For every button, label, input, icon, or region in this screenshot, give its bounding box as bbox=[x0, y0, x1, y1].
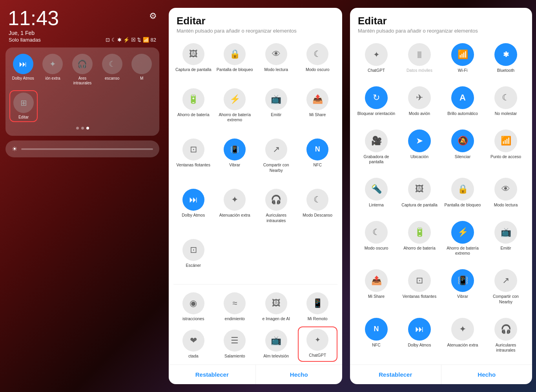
right-bluetooth[interactable]: ✱ Bluetooth bbox=[485, 40, 527, 82]
right-title: Editar bbox=[358, 15, 524, 27]
edit-item-nfc[interactable]: N NFC bbox=[298, 135, 338, 184]
right-nfc-icon: N bbox=[365, 318, 388, 341]
brightness-control[interactable]: ☀ bbox=[5, 140, 159, 157]
right-bloqueo[interactable]: 🔒 Pantalla de bloqueo bbox=[442, 175, 483, 216]
edit-item-ctada[interactable]: ❤ ctada bbox=[173, 326, 213, 362]
right-ahorro-ext-icon: ⚡ bbox=[451, 221, 474, 244]
right-auriculares[interactable]: 🎧 Auriculares intraurales bbox=[485, 315, 527, 361]
vibrar-icon: 📳 bbox=[224, 139, 246, 160]
edit-item-imagen-ai[interactable]: 🖼 e Imagen de AI bbox=[256, 289, 296, 325]
right-linterna[interactable]: 🔦 Linterna bbox=[356, 175, 397, 216]
right-ahorro-ext[interactable]: ⚡ Ahorro de batería extremo bbox=[442, 218, 483, 264]
television-label: Alm televisión bbox=[263, 354, 289, 359]
right-punto-acceso[interactable]: 📶 Punto de acceso bbox=[485, 126, 527, 173]
right-ventanas[interactable]: ⊡ Ventanas flotantes bbox=[399, 266, 440, 313]
right-chatgpt[interactable]: ✦ ChatGPT bbox=[356, 40, 397, 82]
right-modo-lectura[interactable]: 👁 Modo lectura bbox=[485, 175, 527, 216]
right-chatgpt-icon: ✦ bbox=[365, 43, 388, 66]
center-done-button[interactable]: Hecho bbox=[256, 365, 343, 384]
right-avion[interactable]: ✈ Modo avión bbox=[399, 83, 440, 125]
rendimiento-label: endimiento bbox=[225, 316, 245, 322]
edit-item-mishare[interactable]: 📤 Mi Share bbox=[298, 85, 338, 134]
descanso-icon: ☾ bbox=[306, 189, 328, 211]
right-dolby[interactable]: ⏭ Dolby Atmos bbox=[399, 315, 440, 361]
rendimiento-icon: ≈ bbox=[224, 292, 246, 314]
right-vibrar[interactable]: 📳 Vibrar bbox=[442, 266, 483, 313]
ctada-label: ctada bbox=[188, 354, 199, 359]
right-ubicacion[interactable]: ➤ Ubicación bbox=[399, 126, 440, 173]
edit-item-chatgpt[interactable]: ✦ ChatGPT bbox=[298, 326, 338, 362]
right-modo-oscuro-label: Modo oscuro bbox=[365, 246, 388, 251]
right-grabadora-icon: 🎥 bbox=[365, 129, 388, 152]
miremoto-icon: 📱 bbox=[306, 292, 328, 314]
right-punto-acceso-label: Punto de acceso bbox=[490, 154, 521, 160]
calls-label: Solo llamadas bbox=[9, 37, 41, 43]
edit-item-miremoto[interactable]: 📱 Mi Remoto bbox=[298, 289, 338, 325]
tile-headphones[interactable]: 🎧 Ares intraurales bbox=[69, 54, 96, 86]
right-mishare[interactable]: 📤 Mi Share bbox=[356, 266, 397, 313]
right-wifi[interactable]: 📶 Wi-Fi bbox=[442, 40, 483, 82]
right-atenuacion[interactable]: ✦ Atenuación extra bbox=[442, 315, 483, 361]
edit-item-vibrar[interactable]: 📳 Vibrar bbox=[215, 135, 255, 184]
right-ahorro[interactable]: 🔋 Ahorro de batería bbox=[399, 218, 440, 264]
captura-label: Captura de pantalla bbox=[175, 67, 211, 73]
distracciones-icon: ◉ bbox=[182, 292, 204, 314]
edit-item-scanner[interactable]: ⊡ Escáner bbox=[173, 236, 213, 279]
center-header: Editar Mantén pulsado para añadir o reor… bbox=[169, 8, 342, 37]
status-bar: 11:43 ⚙ bbox=[4, 8, 161, 28]
edit-item-ahorro[interactable]: 🔋 Ahorro de batería bbox=[173, 85, 213, 134]
right-silenciar[interactable]: 🔕 Silenciar bbox=[442, 126, 483, 173]
quick-tiles-card: ⏭ Dolby Atmos ✦ ión extra 🎧 Ares intraur… bbox=[5, 47, 159, 136]
right-mishare-label: Mi Share bbox=[368, 294, 385, 299]
right-orientacion[interactable]: ↻ Bloquear orientación bbox=[356, 83, 397, 125]
extra-icon: ✦ bbox=[42, 54, 63, 74]
tile-m[interactable]: M bbox=[128, 54, 155, 86]
right-nearby[interactable]: ↗ Compartir con Nearby bbox=[485, 266, 527, 313]
edit-item-television[interactable]: 📺 Alm televisión bbox=[256, 326, 296, 362]
edit-item-salamiento[interactable]: ☰ Salamiento bbox=[215, 326, 255, 362]
edit-item-descanso[interactable]: ☾ Modo Descanso bbox=[298, 186, 338, 234]
edit-item-bloqueo[interactable]: 🔒 Pantalla de bloqueo bbox=[215, 40, 255, 84]
right-nfc[interactable]: N NFC bbox=[356, 315, 397, 361]
edit-item-nearby[interactable]: ↗ Compartir con Nearby bbox=[256, 135, 296, 184]
right-bloqueo-label: Pantalla de bloqueo bbox=[445, 202, 481, 208]
scanner-icon: ⊡ bbox=[182, 239, 204, 261]
edit-item-oscuro[interactable]: ☾ Modo oscuro bbox=[298, 40, 338, 84]
tile-extra[interactable]: ✦ ión extra bbox=[39, 54, 67, 86]
distracciones-label: istracciones bbox=[182, 316, 204, 322]
right-done-button[interactable]: Hecho bbox=[441, 365, 532, 384]
edit-item-atenuacion[interactable]: ✦ Atenuación extra bbox=[215, 186, 255, 234]
edit-item-captura[interactable]: 🖼 Captura de pantalla bbox=[173, 40, 213, 84]
right-no-molestar[interactable]: ☾ No molestar bbox=[485, 83, 527, 125]
ventanas-icon: ⊡ bbox=[182, 139, 204, 160]
right-brillo[interactable]: A Brillo automático bbox=[442, 83, 483, 125]
edit-item-distracciones[interactable]: ◉ istracciones bbox=[173, 289, 213, 325]
edit-item-rendimiento[interactable]: ≈ endimiento bbox=[215, 289, 255, 325]
tile-rest[interactable]: ☾ escanso bbox=[98, 54, 126, 86]
right-modo-lectura-label: Modo lectura bbox=[494, 202, 518, 208]
right-reset-button[interactable]: Restablecer bbox=[350, 365, 441, 384]
right-emitir[interactable]: 📺 Emitir bbox=[485, 218, 527, 264]
edit-item-dolby2[interactable]: ⏭ Dolby Atmos bbox=[173, 186, 213, 234]
edit-item-ahorro-ext[interactable]: ⚡ Ahorro de batería extremo bbox=[215, 85, 255, 134]
right-grabadora[interactable]: 🎥 Grabadora de pantalla bbox=[356, 126, 397, 173]
tile-dolby[interactable]: ⏭ Dolby Atmos bbox=[9, 54, 37, 86]
brightness-track[interactable] bbox=[21, 148, 153, 150]
edit-item-emitir[interactable]: 📺 Emitir bbox=[256, 85, 296, 134]
right-avion-label: Modo avión bbox=[409, 111, 430, 117]
center-reset-button[interactable]: Restablecer bbox=[169, 365, 256, 384]
tiles-row-1: ⏭ Dolby Atmos ✦ ión extra 🎧 Ares intraur… bbox=[9, 54, 155, 86]
tile-edit[interactable]: ⊞ Editar bbox=[9, 90, 38, 122]
captura-icon: 🖼 bbox=[182, 43, 204, 65]
headphones-label: Ares intraurales bbox=[69, 76, 96, 86]
edit-item-ventanas[interactable]: ⊡ Ventanas flotantes bbox=[173, 135, 213, 184]
right-auriculares-label: Auriculares intraurales bbox=[486, 343, 526, 353]
right-datos[interactable]: ▐▌ Datos móviles bbox=[399, 40, 440, 82]
right-ventanas-label: Ventanas flotantes bbox=[403, 294, 436, 299]
right-nearby-icon: ↗ bbox=[494, 269, 517, 292]
edit-item-lectura[interactable]: 👁 Modo lectura bbox=[256, 40, 296, 84]
edit-item-auriculares[interactable]: 🎧 Auriculares intraurales bbox=[256, 186, 296, 234]
right-modo-oscuro[interactable]: ☾ Modo oscuro bbox=[356, 218, 397, 264]
settings-icon[interactable]: ⚙ bbox=[149, 11, 157, 21]
right-captura[interactable]: 🖼 Captura de pantalla bbox=[399, 175, 440, 216]
